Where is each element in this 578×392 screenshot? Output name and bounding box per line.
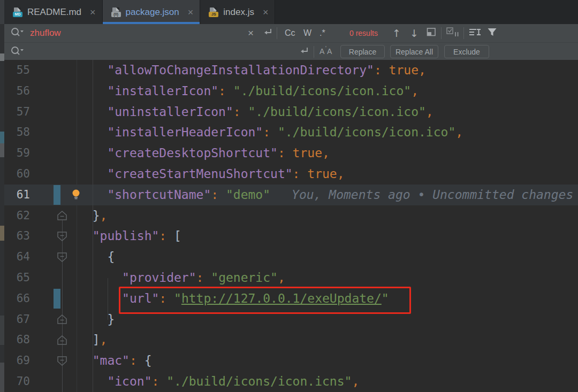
svg-text:A: A — [327, 47, 332, 55]
line-number: 59 — [4, 143, 30, 164]
gutter-row: 66 — [4, 288, 90, 309]
code-line[interactable]: "provider": "generic", — [78, 267, 578, 288]
gutter-row: 70 — [4, 371, 90, 392]
fold-start-marker[interactable] — [57, 356, 67, 366]
gutter-row: 57 — [4, 102, 90, 122]
search-input[interactable] — [29, 27, 234, 39]
line-number: 57 — [4, 102, 30, 122]
next-occurrence-icon[interactable]: ↓ — [410, 27, 419, 39]
ide-window: MD README.md × {0} package.json × JS ind… — [0, 0, 578, 392]
search-in-selection-icon[interactable] — [469, 28, 482, 39]
gutter-row: 68 — [4, 329, 90, 350]
fold-start-marker[interactable] — [57, 231, 67, 242]
close-tab-icon[interactable]: × — [187, 7, 195, 17]
clear-search-icon[interactable]: × — [248, 27, 254, 39]
code-line[interactable]: "installerIcon": "./build/icons/icon.ico… — [78, 81, 578, 102]
line-number: 70 — [4, 371, 30, 392]
code-line[interactable]: "shortcutName": "demo"You, Moments ago •… — [78, 185, 578, 205]
change-marker — [54, 289, 60, 309]
code-line[interactable]: "url": "http://127.0.0.1/exeUpdate/" — [78, 288, 578, 309]
code-line[interactable]: "icon": "./build/icons/icon.icns", — [78, 371, 578, 392]
whole-words-toggle[interactable]: W — [303, 28, 311, 38]
find-replace-panel: × Cc W .* 0 results ↑ ↓ — [4, 24, 578, 60]
code-line[interactable]: "installerHeaderIcon": "./build/icons/ic… — [78, 122, 578, 143]
search-icon[interactable] — [10, 26, 25, 40]
separator — [441, 27, 442, 39]
code-line[interactable]: "createDesktopShortcut": true, — [78, 143, 578, 164]
fold-end-marker[interactable] — [57, 335, 67, 345]
scroll-marker — [0, 53, 4, 61]
line-number: 63 — [4, 226, 30, 247]
svg-text:A: A — [320, 47, 325, 55]
match-case-toggle[interactable]: Cc — [285, 28, 295, 38]
code-line[interactable]: "mac": { — [78, 350, 578, 371]
code-line[interactable]: { — [78, 247, 578, 267]
tab-label: README.md — [27, 7, 81, 18]
code-line[interactable]: "createStartMenuShortcut": true, — [78, 164, 578, 185]
fold-end-marker[interactable] — [57, 314, 67, 325]
separator — [314, 46, 314, 58]
replace-all-button[interactable]: Replace All — [390, 45, 438, 58]
tab-index-js[interactable]: JS index.js × — [200, 0, 275, 24]
markdown-file-icon: MD — [13, 7, 22, 17]
gutter-row: 59 — [4, 143, 90, 164]
regex-toggle[interactable]: .* — [320, 28, 325, 38]
line-number: 68 — [4, 329, 30, 350]
scroll-marker — [0, 316, 4, 345]
line-number: 65 — [4, 267, 30, 288]
svg-text:': ' — [325, 45, 326, 51]
line-number: 64 — [4, 247, 30, 267]
find-row: × Cc W .* 0 results ↑ ↓ — [4, 24, 578, 42]
close-tab-icon[interactable]: × — [89, 7, 97, 17]
previous-occurrence-icon[interactable]: ↑ — [392, 27, 401, 39]
newline-icon[interactable] — [299, 46, 309, 58]
fold-end-marker[interactable] — [57, 210, 67, 221]
gutter-row: 65 — [4, 267, 90, 288]
line-number: 69 — [4, 350, 30, 371]
scroll-marker — [0, 226, 4, 241]
javascript-file-icon: JS — [209, 7, 218, 17]
code-lines[interactable]: "allowToChangeInstallationDirectory": tr… — [78, 60, 578, 392]
fold-start-marker[interactable] — [57, 252, 67, 263]
scroll-marker — [0, 132, 4, 143]
line-number: 56 — [4, 81, 30, 102]
tab-package-json[interactable]: {0} package.json × — [103, 0, 201, 24]
code-line[interactable]: "uninstallerIcon": "./build/icons/icon.i… — [78, 102, 578, 122]
gutter-row: 67 — [4, 309, 90, 330]
replace-row: A'A Replace Replace All Exclude — [4, 42, 578, 60]
preserve-case-icon[interactable]: A'A — [319, 45, 334, 58]
gutter-row: 63 — [4, 226, 90, 247]
close-tab-icon[interactable]: × — [262, 7, 270, 17]
line-number: 62 — [4, 205, 30, 226]
gutter-row: 64 — [4, 247, 90, 267]
line-number: 60 — [4, 164, 30, 185]
tab-readme-md[interactable]: MD README.md × — [4, 0, 103, 24]
exclude-button[interactable]: Exclude — [444, 45, 489, 58]
gutter-row: 69 — [4, 350, 90, 371]
separator — [277, 27, 277, 39]
scroll-marker — [0, 363, 4, 392]
code-line[interactable]: }, — [78, 205, 578, 226]
select-all-occurrences-icon[interactable] — [446, 27, 460, 39]
replace-field-icon[interactable] — [10, 45, 25, 59]
scroll-marker — [0, 0, 4, 24]
tab-label: index.js — [223, 7, 254, 18]
editor-tab-bar: MD README.md × {0} package.json × JS ind… — [4, 0, 578, 24]
gutter-row: 55 — [4, 60, 90, 81]
open-in-find-window-icon[interactable] — [427, 28, 436, 39]
replace-input[interactable] — [29, 46, 245, 58]
gutter-row: 58 — [4, 122, 90, 143]
gutter-row: 60 — [4, 164, 90, 185]
code-line[interactable]: ], — [78, 329, 578, 350]
code-line[interactable]: } — [78, 309, 578, 330]
line-number: 67 — [4, 309, 30, 330]
change-marker — [54, 185, 60, 205]
newline-icon[interactable] — [262, 27, 273, 39]
gutter-lines: 55565758596061626364656667686970 — [4, 60, 90, 392]
code-line[interactable]: "allowToChangeInstallationDirectory": tr… — [78, 60, 578, 81]
filter-icon[interactable] — [487, 28, 497, 39]
line-number: 66 — [4, 288, 30, 309]
code-line[interactable]: "publish": [ — [78, 226, 578, 247]
replace-button[interactable]: Replace — [340, 45, 385, 58]
line-number: 61 — [4, 185, 30, 205]
